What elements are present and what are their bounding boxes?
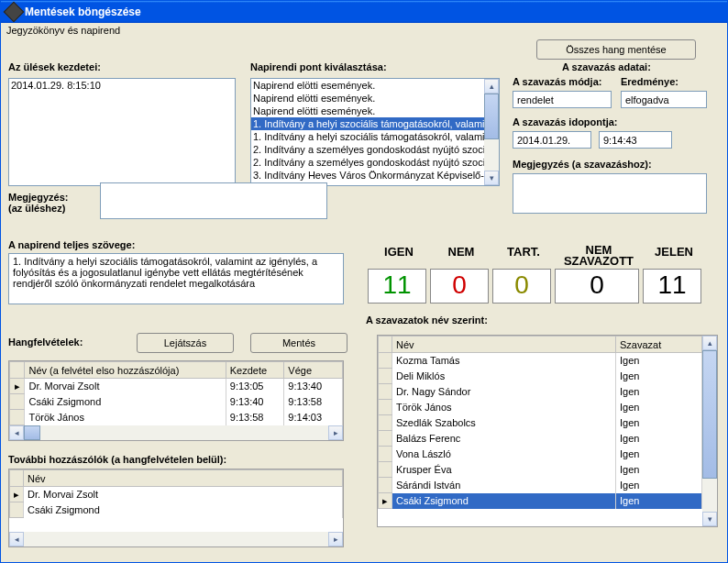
table-row[interactable]: Szedlák SzabolcsIgen	[379, 415, 702, 431]
vote-data-label: A szavazás adatai:	[562, 61, 651, 72]
table-row[interactable]: ▸Dr. Morvai Zsolt9:13:059:13:40	[10, 379, 343, 394]
table-row[interactable]: Vona LászlóIgen	[379, 447, 702, 462]
votes-grid[interactable]: Név Szavazat Kozma TamásIgenDeli MiklósI…	[377, 335, 718, 527]
recordings-hscroll[interactable]: ◂ ▸	[9, 425, 343, 440]
scroll-down-icon[interactable]: ▾	[484, 171, 499, 185]
table-row[interactable]: Török János9:13:589:14:03	[10, 410, 343, 425]
session-note-label-2: (az üléshez)	[8, 203, 68, 214]
sessions-label: Az ülések kezdetei:	[8, 61, 101, 72]
table-row[interactable]: ▸Dr. Morvai Zsolt	[10, 487, 343, 502]
agenda-full-label: A napirend teljes szövege:	[8, 239, 135, 250]
rec-col-end[interactable]: Vége	[284, 362, 343, 379]
save-all-audio-button[interactable]: Összes hang mentése	[536, 39, 696, 60]
sessions-listbox[interactable]: 2014.01.29. 8:15:10	[8, 78, 236, 186]
table-row[interactable]: Sárándi IstvánIgen	[379, 478, 702, 493]
table-row[interactable]: Csáki Zsigmond9:13:409:13:58	[10, 394, 343, 410]
scroll-up-icon[interactable]: ▴	[484, 79, 499, 94]
agenda-select-label: Napirendi pont kiválasztása:	[250, 61, 387, 72]
votes-vscroll[interactable]: ▴ ▾	[702, 336, 717, 526]
table-row[interactable]: Deli MiklósIgen	[379, 369, 702, 384]
table-row[interactable]: Dr. Nagy SándorIgen	[379, 384, 702, 400]
jelen-count: 11	[643, 269, 701, 304]
recordings-label: Hangfelvételek:	[8, 337, 83, 348]
vote-note-text[interactable]	[513, 173, 707, 214]
menu-item-minutes[interactable]: Jegyzökönyv és napirend	[6, 25, 120, 36]
vote-result-field[interactable]	[621, 91, 707, 108]
tart-count: 0	[492, 269, 551, 304]
rec-col-start[interactable]: Kezdete	[226, 362, 284, 379]
titlebar: Mentések böngészése	[1, 1, 727, 23]
vote-result-label: Eredménye:	[621, 76, 678, 87]
vote-note-label: Megjegyzés (a szavazáshoz):	[513, 159, 652, 170]
spk-col-name[interactable]: Név	[24, 470, 343, 487]
nem-count: 0	[430, 269, 489, 304]
agenda-item[interactable]: 1. Indítvány a helyi szociális támogatás…	[251, 130, 484, 143]
table-row[interactable]: Krusper ÉvaIgen	[379, 462, 702, 478]
scroll-left-icon[interactable]: ◂	[9, 425, 24, 440]
agenda-item[interactable]: Napirend elötti események.	[251, 105, 484, 117]
nemszavazott-count: 0	[555, 269, 639, 304]
agenda-item[interactable]: Napirend elötti események.	[251, 92, 484, 105]
vote-col-name[interactable]: Név	[392, 337, 616, 353]
session-note-label-1: Megjegyzés:	[8, 192, 68, 203]
igen-count: 11	[368, 269, 426, 304]
rec-col-name[interactable]: Név (a felvétel elso hozzászólója)	[25, 362, 226, 379]
table-row[interactable]: Csáki Zsigmond	[10, 502, 343, 518]
agenda-item[interactable]: 2. Indítvány a személyes gondoskodást ny…	[251, 143, 484, 156]
tart-header: TART.	[492, 245, 555, 267]
vote-date-field[interactable]	[513, 131, 591, 149]
nemszavazott-header: NEM SZAVAZOTT	[555, 245, 643, 267]
table-row[interactable]: ▸Csáki ZsigmondIgen	[379, 493, 702, 509]
votes-by-name-label: A szavazatok név szerint:	[366, 315, 488, 326]
recordings-grid[interactable]: Név (a felvétel elso hozzászólója) Kezde…	[8, 360, 344, 441]
session-note-text[interactable]	[100, 182, 327, 219]
jelen-header: JELEN	[643, 245, 705, 267]
menubar[interactable]: Jegyzökönyv és napirend	[1, 23, 727, 38]
table-row[interactable]: Balázs FerencIgen	[379, 431, 702, 447]
play-button[interactable]: Lejátszás	[137, 333, 234, 353]
igen-header: IGEN	[368, 245, 430, 267]
vote-time-field[interactable]	[599, 131, 672, 149]
more-speakers-label: További hozzászólók (a hangfelvételen be…	[8, 454, 226, 465]
nem-header: NEM	[430, 245, 492, 267]
vote-col-vote[interactable]: Szavazat	[616, 337, 702, 353]
vote-mode-field[interactable]	[513, 91, 612, 108]
vote-mode-label: A szavazás módja:	[513, 76, 601, 87]
scroll-right-icon[interactable]: ▸	[328, 425, 343, 440]
session-item[interactable]: 2014.01.29. 8:15:10	[9, 79, 235, 92]
vote-time-label: A szavazás idopontja:	[513, 116, 618, 127]
agenda-full-text[interactable]: 1. Indítvány a helyi szociális támogatás…	[8, 253, 344, 304]
agenda-item[interactable]: Napirend elötti események.	[251, 79, 484, 92]
agenda-item[interactable]: 3. Indítvány Heves Város Önkormányzat Ké…	[251, 169, 484, 182]
agenda-listbox[interactable]: Napirend elötti események.Napirend elött…	[250, 78, 500, 186]
table-row[interactable]: Török JánosIgen	[379, 400, 702, 415]
speakers-hscroll[interactable]: ◂ ▸	[9, 532, 343, 546]
table-row[interactable]: Kozma TamásIgen	[379, 353, 702, 369]
save-button[interactable]: Mentés	[250, 333, 347, 353]
app-icon	[4, 2, 25, 23]
agenda-item[interactable]: 2. Indítvány a személyes gondoskodást ny…	[251, 156, 484, 169]
agenda-scrollbar[interactable]: ▴ ▾	[484, 79, 499, 185]
window-title: Mentések böngészése	[25, 6, 141, 18]
speakers-grid[interactable]: Név ▸Dr. Morvai ZsoltCsáki Zsigmond ◂ ▸	[8, 469, 344, 547]
agenda-item[interactable]: 1. Indítvány a helyi szociális támogatás…	[251, 117, 484, 130]
